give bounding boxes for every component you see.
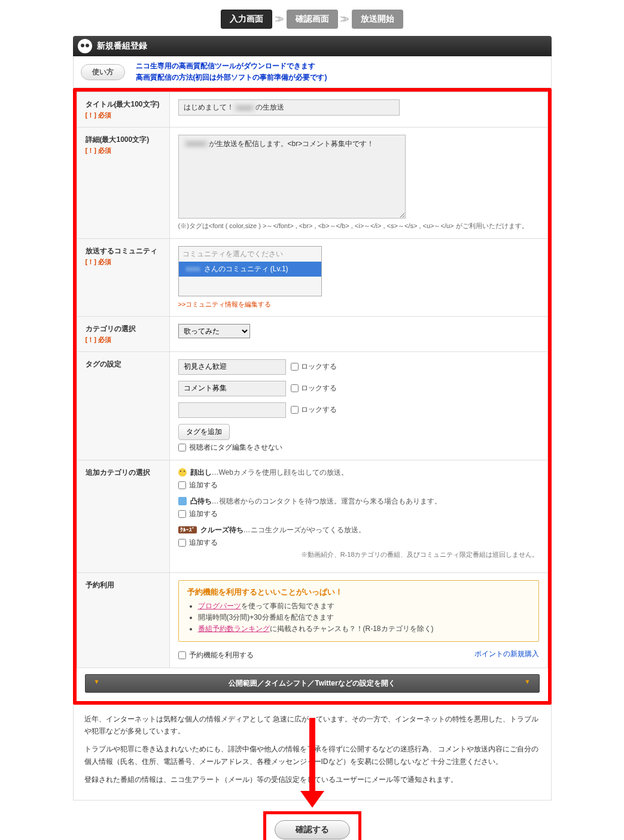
addcat-note: ※動画紹介、R-18カテゴリの番組、及びコミュニティ限定番組は巡回しません。 (178, 550, 539, 559)
help-row: 使い方 ニコ生専用の高画質配信ツールがダウンロードできます 高画質配信の方法(初… (73, 56, 552, 88)
required-badge: [！] 必須 (86, 335, 161, 344)
confirm-button[interactable]: 確認する (275, 820, 350, 839)
addcat-item-totsu: 凸待ち…視聴者からのコンタクトを待つ放送。運営から来る場合もあります。 追加する (178, 496, 539, 519)
mascot-icon (78, 39, 92, 53)
add-tag-button[interactable]: タグを追加 (178, 424, 230, 440)
redacted-text: xxxx (182, 265, 204, 273)
addcat-item-face: 顔出し…Webカメラを使用し顔を出しての放送。 追加する (178, 468, 539, 490)
form-highlight-box: タイトル(最大100文字) [！] 必須 はじめまして！ xxxx の生放送 (73, 88, 552, 705)
title-input-suffix: の生放送 (255, 102, 284, 113)
tag-lock-checkbox-2[interactable] (291, 384, 299, 392)
tag-lock-checkbox-1[interactable] (291, 363, 299, 371)
use-reservation-checkbox[interactable] (178, 651, 186, 659)
detail-textarea[interactable]: xxxxxが生放送を配信します。<br>コメント募集中です！ (178, 135, 406, 219)
detail-label: 詳細(最大1000文字) [！] 必須 (77, 128, 169, 239)
cruise-icon: ｸﾙｰｽﾞ (178, 526, 197, 533)
required-badge: [！] 必須 (86, 257, 161, 266)
addcat-label: 追加カテゴリの選択 (77, 460, 169, 572)
required-badge: [！] 必須 (86, 111, 161, 120)
page-header: 新規番組登録 (73, 36, 552, 56)
chevron-right-icon: >> (275, 13, 280, 26)
expand-settings-button[interactable]: ▼ 公開範囲／タイムシフト／Twitterなどの設定を開く ▼ (85, 674, 540, 693)
addcat-face-checkbox[interactable] (178, 481, 186, 489)
triangle-down-icon: ▼ (94, 678, 100, 685)
phone-icon (178, 497, 187, 505)
category-label: カテゴリの選択 [！] 必須 (77, 316, 169, 351)
face-icon (178, 468, 187, 477)
title-label: タイトル(最大100文字) [！] 必須 (77, 92, 169, 128)
edit-community-link[interactable]: >>コミュニティ情報を編集する (178, 300, 272, 309)
addcat-item-cruise: ｸﾙｰｽﾞクルーズ待ち…ニコ生クルーズがやってくる放送。 追加する ※動画紹介、… (178, 525, 539, 559)
help-link-method[interactable]: 高画質配信の方法(初回は外部ソフトの事前準備が必要です) (136, 72, 327, 83)
required-badge: [！] 必須 (86, 146, 161, 155)
viewer-tag-edit-checkbox[interactable] (178, 444, 186, 451)
program-form: タイトル(最大100文字) [！] 必須 はじめまして！ xxxx の生放送 (77, 92, 548, 668)
step-confirm: 確認画面 (287, 10, 338, 29)
help-link-tool[interactable]: ニコ生専用の高画質配信ツールがダウンロードできます (136, 61, 327, 71)
community-option-selected[interactable]: xxxxさんのコミュニティ (Lv.1) (179, 262, 321, 277)
redacted-text: xxxxx (184, 140, 209, 148)
reservation-ranking-link[interactable]: 番組予約数ランキング (198, 624, 270, 633)
title-input-prefix: はじめまして！ (184, 102, 234, 113)
confirm-highlight-box: 確認する (263, 811, 361, 840)
blogparts-link[interactable]: ブログパーツ (198, 602, 241, 610)
community-select[interactable]: コミュニティを選んでください xxxxさんのコミュニティ (Lv.1) (178, 246, 322, 296)
tag-input-3[interactable] (178, 402, 286, 418)
tag-row: ロックする (178, 381, 539, 396)
tags-label: タグの設定 (77, 351, 169, 460)
tag-row: ロックする (178, 402, 539, 418)
redacted-text: xxxx (234, 104, 255, 112)
chevron-right-icon: >> (340, 13, 346, 26)
detail-hint: (※)タグは<font ( color,size ) >～</font> , <… (178, 221, 539, 231)
addcat-cruise-checkbox[interactable] (178, 539, 186, 547)
page-title: 新規番組登録 (97, 41, 147, 51)
community-label: 放送するコミュニティ [！] 必須 (77, 238, 169, 316)
tag-input-2[interactable] (178, 381, 286, 396)
expand-settings-bar: ▼ 公開範囲／タイムシフト／Twitterなどの設定を開く ▼ (85, 674, 540, 693)
step-start: 放送開始 (352, 10, 403, 29)
reservation-promo-title: 予約機能を利用するといいことがいっぱい！ (187, 587, 530, 598)
point-purchase-link[interactable]: ポイントの新規購入 (474, 649, 539, 659)
wizard-steps: 入力画面 >> 確認画面 >> 放送開始 (73, 10, 552, 29)
reservation-promo-box: 予約機能を利用するといいことがいっぱい！ ブログパーツを使って事前に告知できます… (178, 580, 539, 642)
community-option-placeholder[interactable]: コミュニティを選んでください (179, 247, 321, 262)
usage-button[interactable]: 使い方 (81, 64, 125, 80)
addcat-totsu-checkbox[interactable] (178, 510, 186, 518)
reservation-label: 予約利用 (77, 572, 169, 668)
tag-row: ロックする (178, 359, 539, 375)
triangle-down-icon: ▼ (525, 678, 531, 685)
step-input: 入力画面 (221, 10, 272, 29)
category-select[interactable]: 歌ってみた (178, 324, 250, 338)
tag-input-1[interactable] (178, 359, 286, 375)
tag-lock-checkbox-3[interactable] (291, 406, 299, 414)
